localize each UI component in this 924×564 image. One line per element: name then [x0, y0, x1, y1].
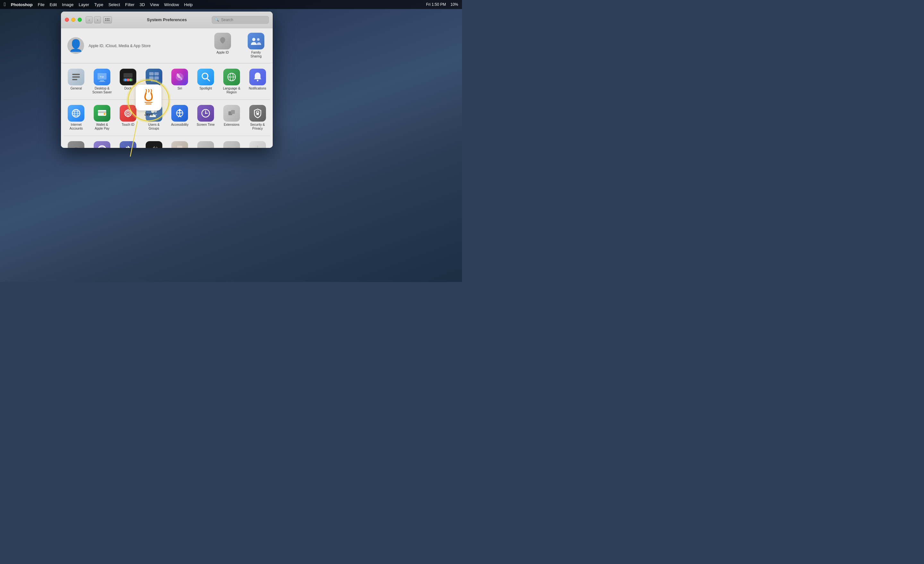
menu-image[interactable]: Image — [62, 2, 74, 7]
accessibility-icon — [174, 108, 186, 119]
nav-buttons: ‹ › — [86, 16, 101, 23]
menu-help[interactable]: Help — [184, 2, 193, 7]
icon-printers[interactable]: Printers & Scanners — [167, 139, 192, 148]
icon-dock[interactable]: Dock — [116, 67, 141, 96]
screentime-label: Screen Time — [196, 123, 214, 127]
menu-edit[interactable]: Edit — [50, 2, 57, 7]
screentime-icon-box — [197, 105, 214, 122]
icon-spotlight[interactable]: Spotlight — [193, 67, 219, 96]
forward-button[interactable]: › — [94, 16, 101, 23]
apple-id-label: Apple ID — [217, 51, 229, 54]
icon-wallet[interactable]: Wallet & Apple Pay — [90, 103, 115, 132]
extensions-icon — [226, 108, 237, 119]
svg-point-36 — [104, 113, 105, 115]
internet-icon — [70, 108, 82, 119]
svg-rect-6 — [100, 80, 104, 81]
svg-line-23 — [207, 78, 210, 81]
menu-layer[interactable]: Layer — [79, 2, 89, 7]
notifications-icon-box — [249, 69, 266, 86]
icon-bluetooth[interactable]: Bluetooth — [116, 139, 141, 148]
traffic-lights — [65, 18, 82, 22]
users-icon — [148, 108, 160, 119]
menu-view[interactable]: View — [150, 2, 159, 7]
icon-general[interactable]: General — [63, 67, 89, 96]
search-input[interactable] — [221, 18, 266, 22]
svg-point-10 — [124, 79, 127, 81]
security-icon — [252, 108, 263, 119]
svg-rect-35 — [98, 110, 106, 111]
icon-internet[interactable]: Internet Accounts — [63, 103, 89, 132]
desktop-label: Desktop & Screen Saver — [92, 87, 112, 94]
svg-point-12 — [129, 79, 132, 81]
svg-point-42 — [151, 110, 154, 113]
general-label: General — [70, 87, 82, 90]
icon-mouse[interactable]: Mouse — [245, 139, 270, 148]
printers-icon — [174, 144, 186, 148]
profile-info: Apple ID, iCloud, Media & App Store — [88, 43, 212, 48]
minimize-button[interactable] — [71, 18, 75, 22]
icon-mission[interactable]: Mission Control — [141, 67, 166, 96]
siri-label: Siri — [177, 87, 182, 90]
svg-text:File: File — [100, 75, 104, 78]
svg-rect-13 — [123, 73, 132, 78]
mouse-icon — [252, 144, 263, 148]
network-icon-box — [94, 141, 110, 148]
svg-point-53 — [205, 112, 206, 114]
app-name[interactable]: Photoshop — [11, 2, 33, 7]
apple-menu[interactable]:  — [4, 2, 6, 8]
dock-icon — [122, 71, 134, 83]
maximize-button[interactable] — [78, 18, 82, 22]
icon-sound[interactable]: Sound — [141, 139, 166, 148]
svg-rect-3 — [72, 76, 80, 78]
svg-rect-7 — [99, 81, 105, 82]
svg-point-11 — [127, 79, 129, 81]
menubar-time: Fri 1:50 PM — [426, 2, 446, 7]
trackpad-icon-box — [223, 141, 240, 148]
back-button[interactable]: ‹ — [86, 16, 93, 23]
language-icon-box — [223, 69, 240, 86]
svg-point-1 — [257, 38, 260, 41]
icon-network[interactable]: Network — [90, 139, 115, 148]
grid-icon — [105, 18, 110, 21]
icon-keyboard[interactable]: Keyboard — [193, 139, 219, 148]
mouse-icon-box — [249, 141, 266, 148]
menu-window[interactable]: Window — [164, 2, 179, 7]
icon-notifications[interactable]: Notifications — [245, 67, 270, 96]
software-icon — [70, 144, 82, 148]
grid-view-button[interactable] — [103, 16, 112, 23]
wallet-label: Wallet & Apple Pay — [92, 123, 112, 130]
icon-users[interactable]: Users & Groups — [141, 103, 166, 132]
icon-touchid[interactable]: Touch ID — [116, 103, 141, 132]
users-label: Users & Groups — [144, 123, 164, 130]
desktop-icon: File — [96, 71, 108, 83]
svg-point-27 — [256, 80, 258, 81]
menu-type[interactable]: Type — [94, 2, 103, 7]
svg-rect-17 — [154, 76, 159, 80]
svg-rect-79 — [228, 146, 236, 148]
menu-file[interactable]: File — [38, 2, 45, 7]
icon-screentime[interactable]: Screen Time — [193, 103, 219, 132]
icon-security[interactable]: Security & Privacy — [245, 103, 270, 132]
menu-filter[interactable]: Filter — [125, 2, 134, 7]
mission-icon — [148, 71, 160, 83]
security-icon-box — [249, 105, 266, 122]
icon-desktop[interactable]: File Desktop & Screen Saver — [90, 67, 115, 96]
icon-apple-id[interactable]: Apple ID — [212, 33, 233, 58]
search-box[interactable]: 🔍 — [212, 16, 269, 24]
notifications-icon — [252, 71, 263, 83]
close-button[interactable] — [65, 18, 69, 22]
menu-select[interactable]: Select — [108, 2, 120, 7]
icon-family-sharing[interactable]: Family Sharing — [246, 33, 266, 58]
svg-rect-70 — [177, 146, 182, 148]
icon-software[interactable]: Software Update — [63, 139, 89, 148]
icon-language[interactable]: Language & Region — [219, 67, 244, 96]
icon-extensions[interactable]: Extensions — [219, 103, 244, 132]
icon-trackpad[interactable]: Trackpad — [219, 139, 244, 148]
internet-label: Internet Accounts — [66, 123, 86, 130]
menu-3d[interactable]: 3D — [140, 2, 145, 7]
apple-id-icon-box — [214, 33, 231, 50]
users-icon-box — [146, 105, 162, 122]
icon-accessibility[interactable]: Accessibility — [167, 103, 192, 132]
icon-siri[interactable]: Siri — [167, 67, 192, 96]
extensions-label: Extensions — [224, 123, 239, 127]
